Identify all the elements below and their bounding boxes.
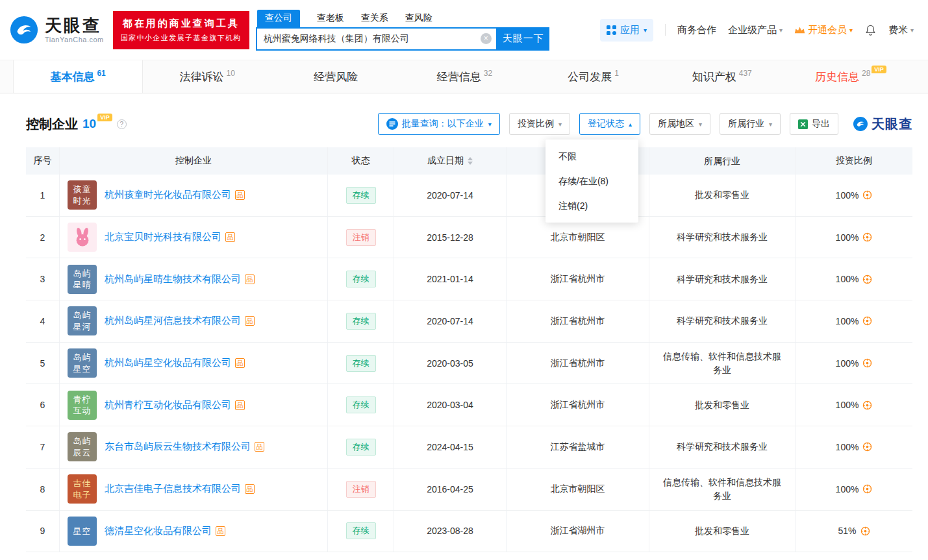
company-tab[interactable]: 法律诉讼 10 — [143, 60, 271, 93]
company-name-link[interactable]: 杭州孩童时光化妆品有限公司 — [105, 189, 231, 201]
equity-structure-icon[interactable]: 品 — [245, 274, 255, 284]
status-filter-dropdown: 不限 存续/在业(8) 注销(2) — [546, 140, 638, 223]
nav-user[interactable]: 费米 ▾ — [888, 24, 914, 36]
batch-query-button[interactable]: 批量查询：以下企业 ▾ — [378, 113, 500, 135]
filter-button[interactable]: 登记状态 ▴ — [579, 113, 640, 135]
status-badge: 注销 — [346, 229, 376, 246]
tab-vip-badge: VIP — [872, 66, 886, 73]
company-name-link[interactable]: 德清星空化妆品有限公司 — [105, 525, 212, 537]
company-tab[interactable]: 经营信息 32 — [400, 60, 529, 93]
tab-label: 公司发展 — [568, 69, 612, 84]
nav-cooperation[interactable]: 商务合作 — [677, 24, 716, 36]
search-tab[interactable]: 查关系 — [361, 10, 388, 27]
penetrate-icon[interactable] — [862, 400, 872, 410]
penetrate-icon[interactable] — [862, 316, 872, 326]
tab-label: 基本信息 — [50, 69, 94, 84]
apps-button[interactable]: 应用 ▾ — [600, 19, 653, 42]
equity-structure-icon[interactable]: 品 — [245, 484, 255, 494]
search-tab[interactable]: 查风险 — [405, 10, 433, 27]
company-tab[interactable]: 经营风险 — [271, 60, 400, 93]
filter-button[interactable]: 投资比例 ▾ — [509, 113, 570, 135]
region: 浙江省杭州市 — [507, 384, 649, 426]
row-index: 6 — [26, 384, 60, 426]
search-button[interactable]: 天眼一下 — [497, 27, 549, 51]
equity-structure-icon[interactable]: 品 — [235, 400, 245, 410]
equity-structure-icon[interactable]: 品 — [235, 190, 245, 200]
banner-line1: 都在用的商业查询工具 — [121, 18, 242, 30]
company-logo[interactable]: 青柠 互动 — [68, 391, 97, 420]
search-tab[interactable]: 查老板 — [317, 10, 344, 27]
sort-control[interactable] — [468, 157, 473, 165]
establish-date: 2023-08-28 — [394, 511, 507, 552]
company-name-link[interactable]: 北京吉佳电子信息技术有限公司 — [105, 483, 241, 495]
nav-open-vip[interactable]: 开通会员 ▾ — [794, 24, 853, 36]
export-button[interactable]: 导出 — [790, 113, 838, 135]
filter-button[interactable]: 所属行业 ▾ — [720, 113, 781, 135]
equity-structure-icon[interactable]: 品 — [255, 442, 264, 452]
page: 天眼查 TianYanCha.com 都在用的商业查询工具 国家中小企业发展子基… — [0, 0, 928, 560]
company-cell: 青柠 互动 — [60, 384, 328, 426]
company-name-link[interactable]: 东台市岛屿辰云生物技术有限公司 — [105, 441, 251, 453]
ratio-cell: 100% — [796, 300, 912, 342]
top-header: 天眼查 TianYanCha.com 都在用的商业查询工具 国家中小企业发展子基… — [0, 0, 928, 60]
chevron-down-icon: ▾ — [779, 27, 783, 34]
company-logo[interactable]: 岛屿 辰云 — [68, 432, 97, 461]
notification-bell-icon[interactable] — [864, 24, 877, 36]
company-logo[interactable]: 星空 — [68, 517, 97, 546]
tab-count: 28 — [862, 69, 870, 78]
ratio-value: 100% — [836, 484, 859, 494]
dropdown-option[interactable]: 不限 — [546, 144, 638, 169]
tab-count: 437 — [739, 69, 752, 78]
equity-structure-icon[interactable]: 品 — [216, 526, 225, 536]
equity-structure-icon[interactable]: 品 — [225, 232, 235, 242]
penetrate-icon[interactable] — [862, 358, 872, 368]
table-body: 1 孩童 时光 — [26, 175, 912, 552]
status-cell: 注销 — [328, 469, 394, 510]
company-logo[interactable] — [68, 223, 97, 252]
status-badge: 注销 — [346, 481, 376, 498]
dropdown-option[interactable]: 注销(2) — [546, 193, 638, 218]
establish-date: 2015-12-28 — [394, 217, 507, 258]
company-tab[interactable]: 公司发展 1 — [529, 60, 658, 93]
tianyancha-logo-icon — [9, 15, 39, 45]
equity-structure-icon[interactable]: 品 — [245, 316, 255, 326]
penetrate-icon[interactable] — [862, 442, 872, 452]
company-logo[interactable]: 岛屿 星河 — [68, 306, 97, 335]
company-name-link[interactable]: 杭州岛屿星河信息技术有限公司 — [105, 315, 241, 327]
tianyancha-logo[interactable]: 天眼查 TianYanCha.com — [9, 15, 104, 45]
header-date: 成立日期 — [394, 147, 507, 175]
company-name-link[interactable]: 杭州岛屿星空化妆品有限公司 — [105, 357, 231, 369]
banner-line2: 国家中小企业发展子基金旗下机构 — [121, 33, 242, 43]
header-ratio: 投资比例 — [796, 147, 912, 175]
ratio-cell: 100% — [796, 426, 912, 468]
company-name-link[interactable]: 北京宝贝时光科技有限公司 — [105, 231, 221, 243]
help-icon[interactable]: ? — [117, 119, 127, 129]
dropdown-option[interactable]: 存续/在业(8) — [546, 169, 638, 193]
row-index: 2 — [26, 217, 60, 258]
chevron-icon: ▾ — [699, 121, 702, 128]
status-badge: 存续 — [346, 271, 376, 287]
penetrate-icon[interactable] — [862, 232, 872, 242]
equity-structure-icon[interactable]: 品 — [235, 358, 245, 368]
penetrate-icon[interactable] — [862, 484, 872, 494]
penetrate-icon[interactable] — [862, 274, 872, 284]
company-logo[interactable]: 孩童 时光 — [68, 180, 97, 210]
penetrate-icon[interactable] — [860, 526, 870, 536]
nav-enterprise[interactable]: 企业级产品 ▾ — [728, 24, 783, 36]
company-tab[interactable]: 知识产权 437 — [658, 60, 786, 93]
penetrate-icon[interactable] — [862, 190, 872, 200]
chevron-icon: ▴ — [629, 121, 632, 128]
company-tab[interactable]: 历史信息 28 VIP — [786, 60, 915, 93]
company-logo[interactable]: 吉佳 电子 — [68, 474, 97, 504]
search-tab[interactable]: 查公司 — [257, 10, 300, 27]
company-name-link[interactable]: 杭州青柠互动化妆品有限公司 — [105, 399, 231, 411]
company-tab[interactable]: 基本信息 61 — [13, 60, 143, 93]
filter-button[interactable]: 所属地区 ▾ — [649, 113, 710, 135]
company-logo[interactable]: 岛屿 星空 — [68, 348, 97, 378]
company-name-link[interactable]: 杭州岛屿星晴生物技术有限公司 — [105, 273, 241, 286]
watermark-label: 天眼查 — [872, 116, 912, 133]
company-logo[interactable]: 岛屿 星晴 — [68, 265, 97, 294]
clear-search-icon[interactable]: × — [481, 33, 492, 44]
header-status: 状态 — [328, 147, 394, 175]
search-input[interactable] — [256, 27, 497, 51]
